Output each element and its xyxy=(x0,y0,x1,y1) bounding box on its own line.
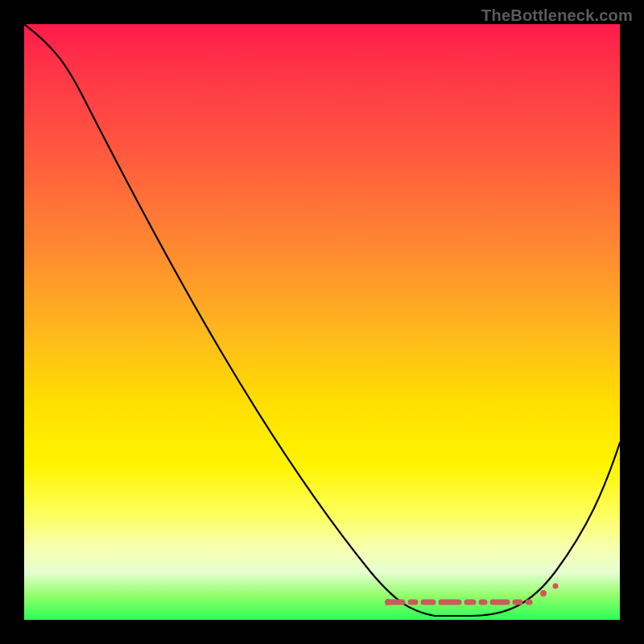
optimal-region-start-dot xyxy=(385,599,391,605)
bottleneck-curve xyxy=(24,24,620,616)
optimal-region-end-dot xyxy=(540,590,547,597)
plot-area xyxy=(24,24,620,620)
curve-overlay xyxy=(24,24,620,620)
watermark-text: TheBottleneck.com xyxy=(481,6,633,25)
optimal-region-extra-dot xyxy=(553,584,559,589)
chart-frame: TheBottleneck.com xyxy=(0,0,644,644)
